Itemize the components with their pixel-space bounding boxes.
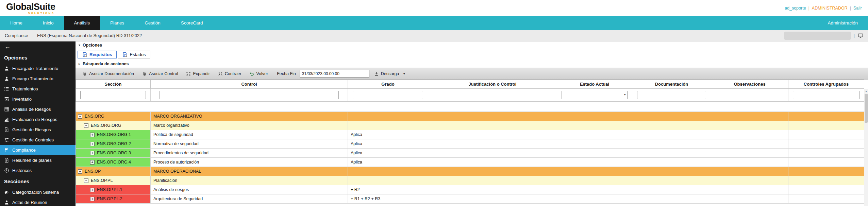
toolbar-button-label: Asociar Documentación — [89, 71, 134, 76]
tree-collapse-icon[interactable]: − — [84, 178, 88, 183]
table-row[interactable]: −ENS.OPMARCO OPERACIONAL — [76, 167, 864, 176]
nav-item-planes[interactable]: Planes — [100, 16, 134, 30]
sidebar-item-resumen-de-planes[interactable]: Resumen de planes — [0, 155, 76, 165]
scroll-up-button[interactable]: ▲ — [864, 89, 868, 93]
tree-expand-icon[interactable]: + — [90, 188, 95, 192]
table-row[interactable]: +ENS.ORG.ORG.2Normativa de seguridadApli… — [76, 139, 864, 149]
megaphone-icon — [4, 189, 9, 195]
nav-item-scorecard[interactable]: ScoreCard — [171, 16, 213, 30]
scrollbar-thumb[interactable] — [865, 94, 868, 123]
toolbar-button-asociar-control[interactable]: Asociar Control — [139, 70, 181, 78]
column-header-observaciones[interactable]: Observaciones — [711, 80, 788, 89]
column-header-estado-actual[interactable]: Estado Actual — [557, 80, 632, 89]
table-row[interactable]: −ENS.ORG.ORGMarco organizativo — [76, 121, 864, 130]
sidebar-item-actas-de-reunion[interactable]: Actas de Reunión — [0, 197, 76, 206]
justificacion-cell — [428, 130, 557, 139]
tree-collapse-icon[interactable]: − — [78, 114, 82, 119]
nav-item-analisis[interactable]: Análisis — [64, 16, 100, 30]
sidebar-back-button[interactable]: ← — [0, 41, 76, 52]
tab-estados[interactable]: Estados — [118, 51, 150, 58]
sidebar-item-compliance[interactable]: Compliance — [0, 145, 76, 155]
username-link[interactable]: ad_soporte — [785, 6, 806, 11]
download-icon — [374, 71, 379, 76]
toolbar-button-expandir[interactable]: Expandir — [183, 70, 213, 78]
filter-input-grado[interactable] — [353, 91, 423, 99]
column-header-documentacion[interactable]: Documentación — [632, 80, 711, 89]
sidebar-item-analisis-de-riesgos[interactable]: Análisis de Riesgos — [0, 104, 76, 114]
sidebar-item-label: Actas de Reunión — [12, 200, 47, 205]
grado-cell — [348, 112, 428, 121]
tree-expand-icon[interactable]: + — [90, 197, 95, 201]
list-icon — [4, 86, 9, 91]
options-section-header[interactable]: ▾ Opciones — [76, 41, 868, 49]
sidebar-item-evaluacion-de-riesgos[interactable]: Evaluación de Riesgos — [0, 114, 76, 124]
filter-input-documentacion[interactable] — [637, 91, 706, 99]
tree-collapse-icon[interactable]: − — [78, 169, 82, 174]
justificacion-cell — [428, 194, 557, 204]
controles-agrupados-cell — [788, 167, 864, 176]
logout-link[interactable]: Salir — [853, 6, 862, 11]
table-row[interactable]: +ENS.ORG.ORG.4Proceso de autorizaciónApl… — [76, 158, 864, 167]
table-row[interactable]: +ENS.ORG.ORG.1Política de seguridadAplic… — [76, 130, 864, 139]
tree-expand-icon[interactable]: + — [90, 160, 95, 165]
column-header-control[interactable]: Control — [151, 80, 348, 89]
nav-item-gestion[interactable]: Gestión — [134, 16, 171, 30]
section-cell-content: +ENS.OP.PL.1 — [76, 185, 150, 194]
column-header-seccion[interactable]: Sección — [76, 80, 151, 89]
section-cell-content: −ENS.OP — [76, 167, 150, 176]
sidebar-item-encargado-tratamiento[interactable]: Encargado Tratamiento — [0, 63, 76, 73]
table-row[interactable]: +ENS.OP.PL.1Análisis de riesgos+ R2 — [76, 185, 864, 194]
table-row[interactable]: +ENS.OP.PL.2Arquitectura de Seguridad+ R… — [76, 194, 864, 204]
filter-input-seccion[interactable] — [80, 91, 146, 99]
tree-collapse-icon[interactable]: − — [84, 123, 88, 128]
filter-input-controles-agrupados[interactable] — [793, 91, 859, 99]
toolbar-button-label: Descarga — [381, 71, 399, 76]
sliders-icon — [4, 137, 9, 142]
monitor-icon[interactable] — [858, 33, 863, 38]
table-row[interactable]: +ENS.ORG.ORG.3Procedimientos de segurida… — [76, 149, 864, 158]
toolbar-button-label: Asociar Control — [149, 71, 178, 76]
nav-item-administracion[interactable]: Administración — [817, 16, 868, 30]
toolbar-button-volver[interactable]: Volver — [246, 70, 271, 78]
sidebar-item-gestion-de-controles[interactable]: Gestión de Controles — [0, 135, 76, 145]
table-row[interactable]: −ENS.OP.PLPlanificación — [76, 176, 864, 185]
toolbar-button-descarga[interactable]: Descarga ▾ — [371, 70, 410, 78]
estado-actual-cell — [557, 194, 632, 204]
documentacion-cell — [632, 176, 711, 185]
vertical-scrollbar[interactable]: ▲ — [864, 89, 868, 206]
section-label: ENS.OP — [85, 169, 101, 174]
column-header-controles-agrupados[interactable]: Controles Agrupados — [788, 80, 864, 89]
sidebar-item-inventario[interactable]: Inventario — [0, 94, 76, 104]
sidebar-item-label: Evaluación de Riesgos — [12, 117, 57, 122]
grado-cell — [348, 167, 428, 176]
tree-expand-icon[interactable]: + — [90, 133, 95, 137]
search-section-header[interactable]: ▸ Búsqueda de acciones — [76, 60, 868, 68]
fecha-fin-input[interactable] — [300, 70, 369, 78]
justificacion-cell — [428, 139, 557, 149]
breadcrumb: Compliance - ENS (Esquema Nacional de Se… — [0, 30, 868, 41]
back-arrow-icon: ← — [4, 43, 11, 50]
nav-item-home[interactable]: Home — [0, 16, 33, 30]
expand-icon — [186, 71, 191, 76]
sidebar: ← OpcionesEncargado TratamientoEncargo T… — [0, 41, 76, 206]
sidebar-item-historicos[interactable]: Históricos — [0, 165, 76, 175]
toolbar-button-asociar-documentacion[interactable]: Asociar Documentación — [79, 70, 137, 78]
sidebar-section-title-opciones: Opciones — [0, 52, 76, 63]
column-header-grado[interactable]: Grado — [348, 80, 428, 89]
tab-requisitos[interactable]: Requisitos — [78, 51, 117, 58]
tree-expand-icon[interactable]: + — [90, 142, 95, 146]
sidebar-item-tratamientos[interactable]: Tratamientos — [0, 84, 76, 94]
sidebar-item-gestion-de-riesgos[interactable]: Gestión de Riesgos — [0, 124, 76, 135]
sidebar-item-encargo-tratamiento[interactable]: Encargo Tratamiento — [0, 73, 76, 84]
nav-items: HomeInicioAnálisisPlanesGestiónScoreCard — [0, 16, 213, 30]
nav-item-inicio[interactable]: Inicio — [33, 16, 64, 30]
table-row[interactable]: −ENS.ORGMARCO ORGANIZATIVO — [76, 112, 864, 121]
filter-select-estado-actual[interactable] — [562, 91, 627, 99]
toolbar-button-contraer[interactable]: Contraer — [215, 70, 245, 78]
filter-input-control[interactable] — [160, 91, 339, 99]
sidebar-item-categorizacion-sistema[interactable]: Categorización Sistema — [0, 187, 76, 197]
column-header-justificacion-o-control[interactable]: Justificación o Control — [428, 80, 557, 89]
observaciones-cell — [711, 167, 788, 176]
tree-expand-icon[interactable]: + — [90, 151, 95, 155]
observaciones-cell — [711, 130, 788, 139]
